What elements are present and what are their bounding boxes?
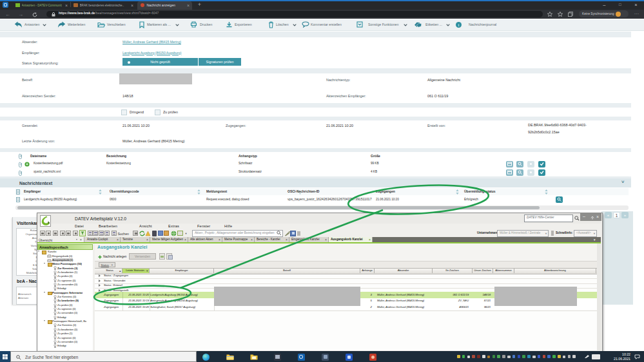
svg-text:i: i — [458, 23, 460, 28]
